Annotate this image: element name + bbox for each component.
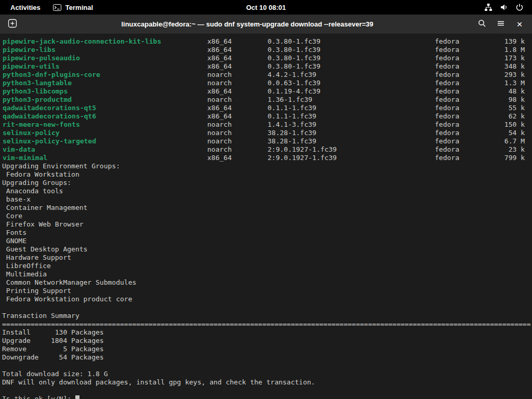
package-arch: noarch — [207, 129, 268, 137]
terminal-line — [0, 362, 532, 370]
terminal-line: Upgrading Groups: — [0, 179, 532, 187]
package-size: 6.7 M — [495, 137, 532, 145]
package-arch: x86_64 — [207, 46, 268, 54]
menu-button[interactable] — [494, 17, 508, 32]
package-row: qadwaitadecorations-qt6x86_640.1.1-1.fc3… — [0, 112, 532, 121]
package-name: python3-productmd — [3, 96, 207, 104]
package-row: vim-minimalx86_642:9.0.1927-1.fc39fedora… — [0, 154, 532, 162]
package-arch: x86_64 — [207, 37, 268, 46]
terminal-line: Fedora Workstation product core — [0, 295, 532, 303]
package-repo: fedora — [435, 145, 495, 154]
system-status-area[interactable] — [484, 3, 532, 11]
terminal-line: DNF will only download packages, install… — [0, 378, 532, 387]
terminal-line: Install 130 Packages — [0, 328, 532, 337]
terminal-header-bar: linuxcapable@fedora:~ — sudo dnf system-… — [0, 15, 532, 34]
terminal-line: LibreOffice — [0, 262, 532, 270]
package-version: 1.4.1-3.fc39 — [268, 121, 435, 129]
package-version: 0.3.80-1.fc39 — [268, 37, 435, 46]
gnome-top-bar: Activities Terminal Oct 10 08:01 — [0, 0, 532, 15]
package-arch: noarch — [207, 71, 268, 79]
package-version: 0.3.80-1.fc39 — [268, 62, 435, 71]
package-repo: fedora — [435, 87, 495, 96]
package-size: 293 k — [495, 71, 532, 79]
package-arch: noarch — [207, 137, 268, 145]
new-tab-icon — [8, 19, 17, 30]
terminal-line: Anaconda tools — [0, 187, 532, 195]
package-row: selinux-policynoarch38.28-1.fc39fedora54… — [0, 129, 532, 137]
package-row: pipewire-utilsx86_640.3.80-1.fc39fedora3… — [0, 62, 532, 71]
package-repo: fedora — [435, 62, 495, 71]
package-row: python3-productmdnoarch1.36-1.fc39fedora… — [0, 96, 532, 104]
package-version: 38.28-1.fc39 — [268, 137, 435, 145]
package-name: qadwaitadecorations-qt5 — [3, 104, 207, 112]
package-name: pipewire-pulseaudio — [3, 54, 207, 62]
search-button[interactable] — [475, 17, 489, 32]
network-icon — [484, 3, 493, 11]
terminal-line: Total download size: 1.8 G — [0, 370, 532, 378]
package-version: 1.36-1.fc39 — [268, 96, 435, 104]
package-row: python3-libcompsx86_640.1.19-4.fc39fedor… — [0, 87, 532, 96]
package-arch: x86_64 — [207, 62, 268, 71]
terminal-icon — [53, 4, 61, 11]
package-row: pipewire-pulseaudiox86_640.3.80-1.fc39fe… — [0, 54, 532, 62]
terminal-line: Hardware Support — [0, 254, 532, 262]
package-arch: x86_64 — [207, 104, 268, 112]
window-title: linuxcapable@fedora:~ — sudo dnf system-… — [24, 20, 471, 28]
package-repo: fedora — [435, 71, 495, 79]
output-lines: Upgrading Environment Groups: Fedora Wor… — [0, 162, 532, 395]
terminal-output[interactable]: pipewire-jack-audio-connection-kit-libsx… — [0, 34, 532, 398]
terminal-line: Transaction Summary — [0, 312, 532, 320]
package-size: 348 k — [495, 62, 532, 71]
package-size: 799 k — [495, 154, 532, 162]
clock[interactable]: Oct 10 08:01 — [246, 4, 286, 11]
terminal-line: Downgrade 54 Packages — [0, 353, 532, 362]
package-repo: fedora — [435, 121, 495, 129]
package-size: 48 k — [495, 87, 532, 96]
terminal-line: Printing Support — [0, 287, 532, 295]
close-button[interactable]: × — [512, 17, 527, 32]
package-size: 139 k — [495, 37, 532, 46]
package-arch: noarch — [207, 96, 268, 104]
package-version: 38.28-1.fc39 — [268, 129, 435, 137]
package-arch: x86_64 — [207, 154, 268, 162]
prompt-text: Is this ok [y/N]: — [2, 395, 75, 399]
package-size: 54 k — [495, 129, 532, 137]
package-repo: fedora — [435, 129, 495, 137]
activities-button[interactable]: Activities — [10, 4, 41, 11]
terminal-line — [0, 303, 532, 312]
hamburger-menu-icon — [497, 19, 505, 29]
package-arch: x86_64 — [207, 112, 268, 121]
package-row: pipewire-jack-audio-connection-kit-libsx… — [0, 37, 532, 46]
terminal-line: Remove 5 Packages — [0, 345, 532, 353]
package-arch: x86_64 — [207, 87, 268, 96]
package-arch: noarch — [207, 121, 268, 129]
package-row: selinux-policy-targetednoarch38.28-1.fc3… — [0, 137, 532, 145]
package-version: 0.1.19-4.fc39 — [268, 87, 435, 96]
terminal-line: Upgrade 1804 Packages — [0, 337, 532, 345]
package-name: pipewire-utils — [3, 62, 207, 71]
package-size: 150 k — [495, 121, 532, 129]
package-repo: fedora — [435, 54, 495, 62]
package-size: 173 k — [495, 54, 532, 62]
package-version: 0.0.63-1.fc39 — [268, 79, 435, 87]
search-icon — [478, 19, 486, 29]
package-version: 2:9.0.1927-1.fc39 — [268, 145, 435, 154]
terminal-cursor — [75, 395, 79, 399]
package-size: 62 k — [495, 112, 532, 121]
focused-app-indicator[interactable]: Terminal — [53, 4, 93, 11]
package-repo: fedora — [435, 37, 495, 46]
package-version: 0.3.80-1.fc39 — [268, 54, 435, 62]
terminal-line: Container Management — [0, 204, 532, 212]
terminal-line: Common NetworkManager Submodules — [0, 278, 532, 287]
package-repo: fedora — [435, 46, 495, 54]
package-name: vim-minimal — [3, 154, 207, 162]
focused-app-label: Terminal — [65, 4, 93, 11]
package-repo: fedora — [435, 104, 495, 112]
package-name: rit-meera-new-fonts — [3, 121, 207, 129]
new-tab-button[interactable] — [5, 17, 20, 32]
terminal-line: Fonts — [0, 229, 532, 237]
package-size: 98 k — [495, 96, 532, 104]
package-version: 0.3.80-1.fc39 — [268, 46, 435, 54]
package-repo: fedora — [435, 96, 495, 104]
package-version: 0.1.1-1.fc39 — [268, 104, 435, 112]
